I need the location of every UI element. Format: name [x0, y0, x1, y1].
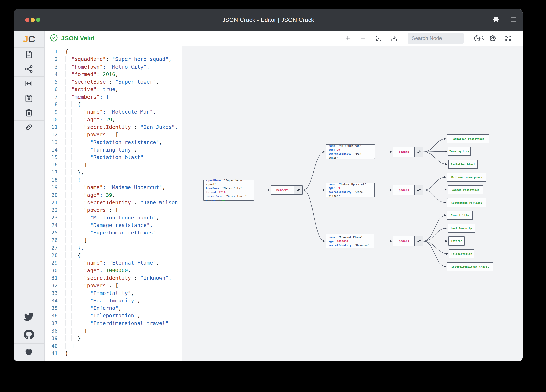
- traffic-lights: [25, 9, 40, 31]
- valid-check-icon: [50, 34, 58, 43]
- graph-toolbar: [182, 31, 523, 46]
- graph-node-leaf-2a[interactable]: Million tonne punch: [447, 172, 487, 182]
- code-line: 29 "name": "Eternal Flame",: [45, 259, 182, 267]
- collapse-node-button[interactable]: [415, 236, 423, 246]
- sidebar-item-center-view[interactable]: [14, 76, 44, 91]
- search-node-box[interactable]: [408, 33, 464, 44]
- collapse-node-button[interactable]: [294, 186, 302, 194]
- graph-node-leaf-2c[interactable]: Superhuman reflexes: [447, 198, 487, 207]
- sidebar-item-save[interactable]: [14, 91, 44, 106]
- code-line: 13 "Radiation resistance",: [45, 139, 182, 146]
- menu-icon[interactable]: [509, 16, 518, 24]
- focus-view-button[interactable]: [374, 34, 383, 43]
- file-plus-icon: [24, 50, 33, 60]
- code-line: 26 ]: [45, 237, 182, 244]
- sidebar-item-sponsor[interactable]: [14, 343, 44, 361]
- graph-node-leaf-3b[interactable]: Heat Immunity: [448, 224, 475, 233]
- extension-puzzle-icon[interactable]: [492, 16, 500, 24]
- close-button[interactable]: [25, 18, 29, 22]
- app-logo[interactable]: JC: [14, 31, 44, 47]
- array-node-label: powers: [393, 147, 415, 157]
- graph-node-powers-3[interactable]: powers: [393, 236, 423, 246]
- json-code-editor[interactable]: 1{2 "squadName": "Super hero squad",3 "h…: [45, 46, 182, 361]
- code-line: 2 "squadName": "Super hero squad",: [45, 56, 182, 63]
- twitter-icon: [24, 312, 33, 322]
- graph-node-leaf-3d[interactable]: Teleportation: [449, 249, 474, 258]
- graph-node-root[interactable]: squadName: "Super hero squad"homeTown: "…: [203, 180, 254, 201]
- code-line: 24 "Damage resistance",: [45, 221, 182, 229]
- download-image-button[interactable]: [390, 34, 399, 43]
- app-window: JSON Crack - Editor | JSON Crack JC JSON…: [14, 9, 523, 361]
- graph-node-member-3[interactable]: name: "Eternal Flame"age: 1000000secretI…: [326, 234, 374, 248]
- github-icon: [24, 330, 34, 340]
- code-line: 23 "Million tonne punch",: [45, 214, 182, 221]
- code-line: 16 ]: [45, 161, 182, 169]
- editor-header: JSON Valid: [45, 31, 182, 46]
- fullscreen-button[interactable]: [504, 34, 513, 43]
- code-line: 7 "members": [: [45, 93, 182, 101]
- code-line: 37 "Interdimensional travel": [45, 320, 182, 327]
- collapse-horizontal-icon: [24, 79, 33, 89]
- code-line: 6 "active": true,: [45, 86, 182, 93]
- code-line: 14 "Turning tiny",: [45, 146, 182, 154]
- code-line: 5 "secretBase": "Super tower",: [45, 78, 182, 86]
- graph-canvas[interactable]: squadName: "Super hero squad"homeTown: "…: [182, 46, 523, 361]
- graph-node-leaf-1a[interactable]: Radiation resistance: [447, 134, 489, 143]
- code-line: 30 "age": 1000000,: [45, 267, 182, 274]
- share-icon: [24, 64, 33, 74]
- minimize-button[interactable]: [31, 18, 35, 22]
- heart-icon: [24, 348, 33, 358]
- search-node-input[interactable]: [412, 35, 479, 41]
- code-line: 21 "secretIdentity": "Jane Wilson",: [45, 199, 182, 206]
- code-line: 10 "age": 29,: [45, 116, 182, 123]
- graph-node-powers-2[interactable]: powers: [393, 185, 423, 195]
- graph-node-leaf-3c[interactable]: Inferno: [448, 236, 465, 246]
- graph-node-members[interactable]: members: [271, 185, 303, 195]
- collapse-node-button[interactable]: [415, 147, 423, 157]
- sidebar-item-delete[interactable]: [14, 106, 44, 120]
- graph-node-member-2[interactable]: name: "Madame Uppercut"age: 39secretIden…: [326, 183, 375, 197]
- graph-node-leaf-2b[interactable]: Damage resistance: [448, 185, 483, 194]
- code-line: 40 ]: [45, 342, 182, 350]
- code-line: 12 "powers": [: [45, 131, 182, 139]
- editor-scrollbar[interactable]: [176, 31, 182, 361]
- code-line: 25 "Superhuman reflexes": [45, 229, 182, 237]
- array-node-label: powers: [393, 185, 415, 195]
- dark-mode-button[interactable]: [473, 34, 482, 43]
- code-line: 33 "Immortality",: [45, 290, 182, 297]
- code-line: 34 "Heat Immunity",: [45, 297, 182, 304]
- code-line: 31 "secretIdentity": "Unknown",: [45, 274, 182, 282]
- graph-node-leaf-3e[interactable]: Interdimensional travel: [447, 262, 493, 271]
- sidebar-item-share-link[interactable]: [14, 120, 44, 135]
- graph-node-leaf-1b[interactable]: Turning tiny: [448, 147, 471, 156]
- graph-node-member-1[interactable]: name: "Molecule Man"age: 29secretIdentit…: [326, 145, 375, 159]
- zoom-in-button[interactable]: [343, 34, 352, 43]
- trash-icon: [24, 108, 33, 118]
- code-line: 36 "Teleportation",: [45, 312, 182, 319]
- code-line: 35 "Inferno",: [45, 304, 182, 312]
- graph-node-leaf-3a[interactable]: Immortality: [447, 211, 473, 220]
- graph-node-leaf-1c[interactable]: Radiation blast: [448, 160, 478, 169]
- sidebar-item-twitter[interactable]: [14, 308, 44, 326]
- zoom-button[interactable]: [36, 18, 40, 22]
- sidebar-item-github[interactable]: [14, 326, 44, 343]
- code-line: 19 "name": "Madame Uppercut",: [45, 184, 182, 191]
- code-line: 39 }: [45, 335, 182, 342]
- code-line: 3 "homeTown": "Metro City",: [45, 63, 182, 71]
- collapse-node-button[interactable]: [415, 185, 423, 195]
- graph-node-powers-1[interactable]: powers: [393, 146, 423, 157]
- save-icon: [24, 94, 33, 103]
- code-line: 27 },: [45, 244, 182, 252]
- settings-button[interactable]: [488, 34, 497, 43]
- zoom-out-button[interactable]: [359, 34, 368, 43]
- sidebar-item-new-document[interactable]: [14, 47, 44, 62]
- graph-panel: squadName: "Super hero squad"homeTown: "…: [182, 31, 523, 361]
- editor-panel: JSON Valid 1{2 "squadName": "Super hero …: [45, 31, 182, 361]
- code-line: 15 "Radiation blast": [45, 154, 182, 161]
- code-line: 11 "secretIdentity": "Dan Jukes",: [45, 123, 182, 131]
- code-line: 1{: [45, 48, 182, 56]
- code-line: 9 "name": "Molecule Man",: [45, 108, 182, 116]
- array-node-label: members: [271, 186, 294, 194]
- sidebar-item-graph-view[interactable]: [14, 62, 44, 76]
- code-line: 20 "age": 39,: [45, 191, 182, 199]
